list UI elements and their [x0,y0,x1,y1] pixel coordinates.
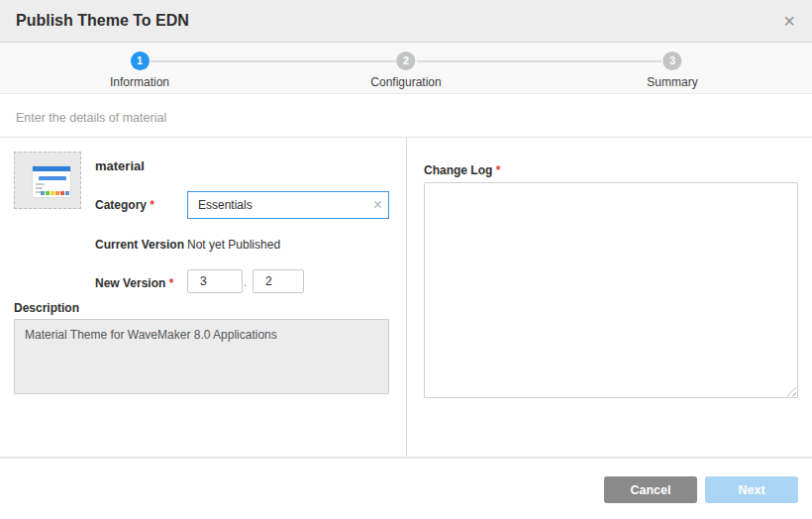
current-version-value: Not yet Published [187,238,280,252]
dialog-titlebar: Publish Theme To EDN × [0,0,812,43]
theme-thumbnail-dropzone[interactable] [14,152,81,209]
next-button[interactable]: Next [705,476,798,503]
required-marker: * [496,163,501,177]
step-2-badge: 2 [396,52,415,70]
change-log-textarea[interactable] [424,182,798,398]
dialog-title: Publish Theme To EDN [16,12,189,30]
change-log-label: Change Log * [424,163,500,177]
preview-header-bar [33,166,70,171]
description-label: Description [14,301,79,315]
required-marker: * [169,276,174,290]
step-description-bar: Enter the details of material [0,95,812,138]
cancel-button[interactable]: Cancel [604,476,697,503]
pane-divider [406,138,407,458]
preview-color-swatches [41,191,69,195]
description-textarea: Material Theme for WaveMaker 8.0 Applica… [14,319,389,394]
theme-preview-image [33,166,70,197]
required-marker: * [150,198,154,212]
step-2-label: Configuration [370,75,441,89]
dialog-footer: Cancel Next [0,459,812,519]
version-separator: . [244,275,247,289]
step-summary[interactable]: 3 Summary [647,52,697,89]
step-1-label: Information [110,75,169,89]
step-subtitle: Enter the details of material [16,111,166,125]
step-3-label: Summary [647,75,697,89]
wizard-stepper: 1 Information 2 Configuration 3 Summary [0,43,812,94]
step-1-badge: 1 [131,52,150,70]
step-connector-2 [417,60,661,62]
close-icon[interactable]: × [778,8,800,34]
material-name: material [95,158,145,173]
step-configuration[interactable]: 2 Configuration [370,52,441,89]
current-version-label: Current Version [95,238,184,252]
preview-blue-bar [39,176,66,180]
clear-category-icon[interactable]: × [373,195,382,215]
publish-theme-dialog: Publish Theme To EDN × 1 Information 2 C… [0,0,812,519]
category-label: Category * [95,198,154,212]
step-3-badge: 3 [663,52,682,70]
step-information[interactable]: 1 Information [110,52,169,89]
category-input[interactable] [187,191,389,219]
version-minor-input[interactable] [253,269,304,293]
new-version-label: New Version * [95,276,173,290]
preview-text-line [36,183,45,185]
step-connector-1 [151,60,396,62]
version-major-input[interactable] [187,269,243,293]
preview-text-line [36,187,43,189]
category-field-wrapper: × [187,191,389,219]
